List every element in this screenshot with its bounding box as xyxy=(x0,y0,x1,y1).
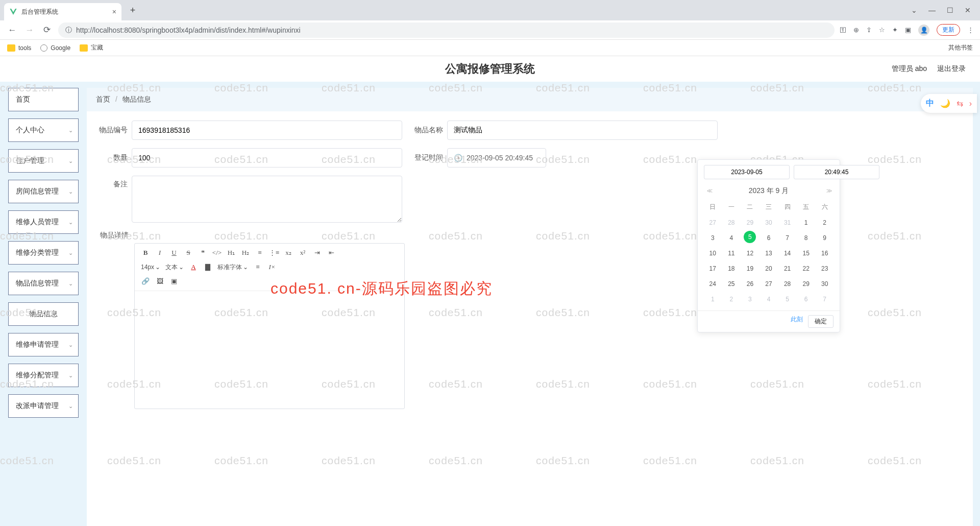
code-icon[interactable]: </> xyxy=(210,247,224,259)
minimize-icon[interactable]: — xyxy=(928,6,936,14)
bookmark-google[interactable]: Google xyxy=(40,44,70,52)
new-tab-button[interactable]: + xyxy=(126,3,140,17)
ul-icon[interactable]: ⋮≡ xyxy=(267,247,281,259)
input-name[interactable] xyxy=(447,121,718,140)
next-year-icon[interactable]: >> xyxy=(826,187,830,195)
day-cell[interactable]: 5 xyxy=(744,231,756,243)
italic-icon[interactable]: I xyxy=(153,247,166,259)
image-icon[interactable]: 🖼 xyxy=(153,275,166,288)
day-cell[interactable]: 12 xyxy=(741,246,759,260)
now-button[interactable]: 此刻 xyxy=(791,315,803,328)
day-cell[interactable]: 24 xyxy=(704,277,722,291)
bookmark-treasure[interactable]: 宝藏 xyxy=(80,43,103,52)
fontfamily-select[interactable]: 标准字体 ⌄ xyxy=(215,263,250,272)
picker-time-input[interactable] xyxy=(794,165,879,179)
day-cell[interactable]: 4 xyxy=(760,292,778,306)
share-icon[interactable]: ⇪ xyxy=(866,26,872,34)
day-cell[interactable]: 29 xyxy=(797,277,815,291)
menu-icon[interactable]: ⋮ xyxy=(967,26,974,34)
moon-icon[interactable]: 🌙 xyxy=(940,99,950,108)
input-remark[interactable] xyxy=(132,176,402,223)
quote-icon[interactable]: ❝ xyxy=(196,247,209,259)
breadcrumb-home[interactable]: 首页 xyxy=(96,95,110,103)
bookmark-tools[interactable]: tools xyxy=(7,44,31,52)
zoom-icon[interactable]: ⊕ xyxy=(853,26,859,34)
day-cell[interactable]: 17 xyxy=(704,261,722,276)
sidebar-item-goods-info[interactable]: 物品信息 xyxy=(8,302,79,326)
profile-avatar[interactable]: 👤 xyxy=(918,25,929,36)
texttype-select[interactable]: 文本 ⌄ xyxy=(163,263,186,272)
day-cell[interactable]: 2 xyxy=(723,292,741,306)
prev-year-icon[interactable]: << xyxy=(707,187,711,195)
logout-link[interactable]: 退出登录 xyxy=(937,64,966,74)
reload-button[interactable]: ⟳ xyxy=(41,25,53,35)
maximize-icon[interactable]: ☐ xyxy=(947,6,953,14)
editor-body[interactable] xyxy=(135,291,404,409)
forward-button[interactable]: → xyxy=(23,25,36,35)
dropdown-icon[interactable]: ⌄ xyxy=(911,6,917,14)
bgcolor-icon[interactable]: ▇ xyxy=(201,261,214,273)
day-cell[interactable]: 29 xyxy=(741,216,759,230)
sidebar-item-repair-req[interactable]: 维修申请管理 xyxy=(8,333,79,356)
day-cell[interactable]: 20 xyxy=(760,261,778,276)
back-button[interactable]: ← xyxy=(6,25,18,35)
day-cell[interactable]: 3 xyxy=(741,292,759,306)
address-input[interactable]: ⓘ http://localhost:8080/springboot3lx4p/… xyxy=(58,22,835,38)
day-cell[interactable]: 5 xyxy=(778,292,796,306)
sidebar-item-goods-mgmt[interactable]: 物品信息管理 xyxy=(8,272,79,295)
h2-icon[interactable]: H₂ xyxy=(239,247,252,259)
underline-icon[interactable]: U xyxy=(167,247,181,259)
day-cell[interactable]: 26 xyxy=(741,277,759,291)
indent-icon[interactable]: ⇥ xyxy=(310,247,324,259)
sup-icon[interactable]: x² xyxy=(296,247,309,259)
close-window-icon[interactable]: ✕ xyxy=(965,6,971,14)
bookmark-icon[interactable]: ☆ xyxy=(879,26,885,34)
sidebar-item-home[interactable]: 首页 xyxy=(8,88,79,111)
input-regtime[interactable]: 🕒 2023-09-05 20:49:45 xyxy=(447,148,546,168)
sidebar-item-category[interactable]: 维修分类管理 xyxy=(8,241,79,265)
day-cell[interactable]: 16 xyxy=(816,246,834,260)
chevron-right-icon[interactable]: › xyxy=(969,99,972,108)
close-tab-icon[interactable]: × xyxy=(112,8,116,16)
day-cell[interactable]: 7 xyxy=(778,231,796,245)
video-icon[interactable]: ▣ xyxy=(167,275,181,288)
extensions-icon[interactable]: ✦ xyxy=(892,26,898,34)
day-cell[interactable]: 31 xyxy=(778,216,796,230)
update-button[interactable]: 更新 xyxy=(937,24,960,36)
day-cell[interactable]: 30 xyxy=(760,216,778,230)
day-cell[interactable]: 19 xyxy=(741,261,759,276)
day-cell[interactable]: 15 xyxy=(797,246,815,260)
outdent-icon[interactable]: ⇤ xyxy=(325,247,338,259)
day-cell[interactable]: 13 xyxy=(760,246,778,260)
day-cell[interactable]: 3 xyxy=(704,231,722,245)
day-cell[interactable]: 1 xyxy=(797,216,815,230)
day-cell[interactable]: 1 xyxy=(704,292,722,306)
site-info-icon[interactable]: ⓘ xyxy=(65,26,72,35)
textcolor-icon[interactable]: A xyxy=(187,261,200,273)
picker-date-input[interactable] xyxy=(704,165,790,179)
day-cell[interactable]: 11 xyxy=(723,246,741,260)
day-cell[interactable]: 27 xyxy=(704,216,722,230)
input-qty[interactable] xyxy=(132,148,402,168)
other-bookmarks[interactable]: 其他书签 xyxy=(945,43,973,52)
align-icon[interactable]: ≡ xyxy=(251,261,264,273)
user-label[interactable]: 管理员 abo xyxy=(892,64,927,74)
day-cell[interactable]: 6 xyxy=(760,231,778,245)
toggle-icon[interactable]: ⇆ xyxy=(957,99,963,108)
day-cell[interactable]: 22 xyxy=(797,261,815,276)
ok-button[interactable]: 确定 xyxy=(808,315,834,328)
browser-tab[interactable]: 后台管理系统 × xyxy=(4,3,121,20)
sidepanel-icon[interactable]: ▣ xyxy=(905,26,911,34)
day-cell[interactable]: 30 xyxy=(816,277,834,291)
sidebar-item-personal[interactable]: 个人中心 xyxy=(8,118,79,142)
sidebar-item-resident[interactable]: 住户管理 xyxy=(8,149,79,173)
day-cell[interactable]: 25 xyxy=(723,277,741,291)
day-cell[interactable]: 6 xyxy=(797,292,815,306)
clear-icon[interactable]: I× xyxy=(265,261,279,273)
day-cell[interactable]: 2 xyxy=(816,216,834,230)
day-cell[interactable]: 21 xyxy=(778,261,796,276)
day-cell[interactable]: 7 xyxy=(816,292,834,306)
sidebar-item-room[interactable]: 房间信息管理 xyxy=(8,180,79,203)
day-cell[interactable]: 28 xyxy=(723,216,741,230)
fontsize-select[interactable]: 14px ⌄ xyxy=(139,264,162,271)
